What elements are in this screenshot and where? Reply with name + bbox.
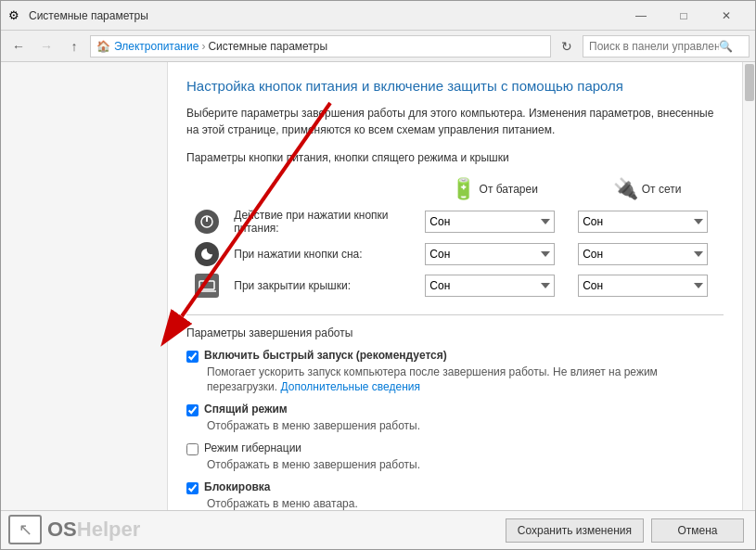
row3-label: При закрытии крышки: — [226, 270, 417, 301]
col-battery-header: 🔋 От батареи — [417, 173, 570, 205]
sleep-mode-label: Спящий режим — [204, 403, 288, 416]
additional-info-link[interactable]: Дополнительные сведения — [280, 380, 419, 393]
row1-battery-cell[interactable]: Сон Завершение работы Ничего не делать Г… — [417, 205, 570, 238]
page-title: Настройка кнопок питания и включение защ… — [186, 77, 724, 96]
row1-label: Действие при нажатии кнопки питания: — [226, 205, 417, 238]
sleep-mode-checkbox[interactable] — [186, 404, 199, 416]
lock-row: Блокировка — [186, 480, 724, 494]
fast-start-desc: Помогает ускорить запуск компьютера посл… — [207, 365, 724, 396]
path-separator: › — [201, 40, 205, 53]
forward-button[interactable]: → — [34, 34, 58, 58]
watermark-area: ↖ OSHelper — [1, 510, 168, 549]
scrollbar[interactable] — [742, 62, 755, 510]
page-description: Выберите параметры завершения работы для… — [186, 105, 724, 138]
col-label-header — [226, 173, 417, 205]
row3-power-cell[interactable]: Сон Завершение работы Ничего не делать Г… — [570, 270, 724, 301]
sleep-mode-row: Спящий режим — [186, 403, 724, 416]
col-icon-header — [186, 173, 226, 205]
row1-power-select[interactable]: Сон Завершение работы Ничего не делать Г… — [578, 211, 708, 233]
section2-title: Параметры завершения работы — [186, 326, 724, 339]
row1-power-cell[interactable]: Сон Завершение работы Ничего не делать Г… — [570, 205, 724, 238]
titlebar: ⚙ Системные параметры — □ ✕ — [1, 1, 755, 31]
settings-table: 🔋 От батареи 🔌 От сети — [186, 173, 724, 301]
left-panel — [1, 62, 168, 510]
path-icon: 🏠 — [96, 40, 110, 53]
sleep-button-icon — [195, 242, 219, 266]
lid-icon — [195, 274, 219, 298]
fast-start-checkbox[interactable] — [186, 351, 199, 363]
address-path[interactable]: 🏠 Электропитание › Системные параметры — [90, 35, 551, 58]
section1-title: Параметры кнопки питания, кнопки спящего… — [186, 151, 724, 164]
back-button[interactable]: ← — [6, 34, 31, 58]
os-text: OS — [47, 518, 77, 541]
power-header: 🔌 От сети — [578, 177, 716, 201]
row2-power-cell[interactable]: Сон Завершение работы Ничего не делать Г… — [570, 238, 724, 270]
sleep-mode-desc: Отображать в меню завершения работы. — [207, 418, 724, 434]
battery-label: От батареи — [480, 183, 538, 196]
hibernate-label: Режим гибернации — [204, 441, 301, 454]
lock-desc: Отображать в меню аватара. — [207, 496, 724, 510]
hibernate-checkbox[interactable] — [186, 443, 199, 455]
search-input[interactable] — [589, 40, 719, 53]
search-box[interactable]: 🔍 — [583, 35, 750, 58]
row3-battery-cell[interactable]: Сон Завершение работы Ничего не делать Г… — [417, 270, 570, 301]
row2-battery-cell[interactable]: Сон Завершение работы Ничего не делать Г… — [417, 238, 570, 270]
row3-power-select[interactable]: Сон Завершение работы Ничего не делать Г… — [578, 275, 708, 297]
fast-start-label: Включить быстрый запуск (рекомендуется) — [204, 349, 447, 362]
path-part-1[interactable]: Электропитание — [114, 40, 199, 53]
row1-icon-cell — [186, 205, 226, 238]
power-label: От сети — [642, 183, 682, 196]
content-area: Настройка кнопок питания и включение защ… — [1, 62, 755, 510]
up-button[interactable]: ↑ — [62, 34, 86, 58]
maximize-button[interactable]: □ — [662, 1, 705, 31]
scrollbar-thumb[interactable] — [745, 64, 754, 101]
path-part-2: Системные параметры — [208, 40, 327, 53]
save-button[interactable]: Сохранить изменения — [506, 518, 644, 543]
section-divider — [186, 314, 724, 315]
row3-battery-select[interactable]: Сон Завершение работы Ничего не делать Г… — [425, 275, 555, 297]
power-button-icon — [195, 210, 219, 234]
row2-icon-cell — [186, 238, 226, 270]
row2-battery-select[interactable]: Сон Завершение работы Ничего не делать Г… — [425, 243, 555, 265]
row3-icon-cell — [186, 270, 226, 301]
main-window: ⚙ Системные параметры — □ ✕ ← → ↑ 🏠 Элек… — [0, 0, 756, 550]
bottom-bar: ↖ OSHelper Сохранить изменения Отмена — [1, 510, 755, 549]
refresh-button[interactable]: ↻ — [555, 34, 579, 58]
table-row: Действие при нажатии кнопки питания: Сон… — [186, 205, 724, 238]
window-title: Системные параметры — [29, 9, 620, 22]
svg-rect-2 — [199, 281, 214, 289]
search-icon: 🔍 — [719, 40, 733, 53]
fast-start-row: Включить быстрый запуск (рекомендуется) — [186, 349, 724, 363]
battery-icon: 🔋 — [451, 177, 476, 201]
arrow-icon: ↖ — [19, 519, 32, 540]
lock-checkbox[interactable] — [186, 482, 199, 494]
main-panel: Настройка кнопок питания и включение защ… — [168, 62, 742, 510]
addressbar: ← → ↑ 🏠 Электропитание › Системные парам… — [1, 31, 755, 62]
cancel-button[interactable]: Отмена — [651, 518, 744, 543]
table-row: При нажатии кнопки сна: Сон Завершение р… — [186, 238, 724, 270]
row2-label: При нажатии кнопки сна: — [226, 238, 417, 270]
battery-header: 🔋 От батареи — [425, 177, 563, 201]
row2-power-select[interactable]: Сон Завершение работы Ничего не делать Г… — [578, 243, 708, 265]
watermark-box: ↖ — [8, 515, 42, 544]
watermark-text: OSHelper — [47, 518, 140, 542]
plug-icon: 🔌 — [613, 177, 638, 201]
minimize-button[interactable]: — — [620, 1, 662, 31]
hibernate-row: Режим гибернации — [186, 441, 724, 455]
titlebar-buttons: — □ ✕ — [620, 1, 748, 31]
col-power-header: 🔌 От сети — [570, 173, 724, 205]
hibernate-desc: Отображать в меню завершения работы. — [207, 457, 724, 473]
window-icon: ⚙ — [8, 8, 23, 23]
table-row: При закрытии крышки: Сон Завершение рабо… — [186, 270, 724, 301]
lock-label: Блокировка — [204, 480, 271, 493]
close-button[interactable]: ✕ — [705, 1, 748, 31]
row1-battery-select[interactable]: Сон Завершение работы Ничего не делать Г… — [425, 211, 555, 233]
